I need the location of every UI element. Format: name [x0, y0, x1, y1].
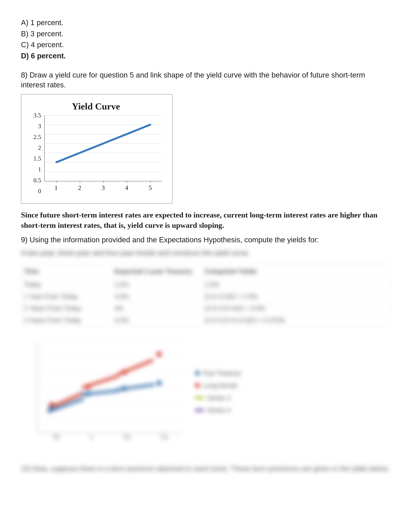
x-tick-5: 5	[149, 184, 152, 192]
th-exp: Expected 1-year Treasury	[114, 267, 205, 276]
question-8: 8) Draw a yield cure for question 5 and …	[21, 70, 390, 90]
preview-legend: Exp Treasury Long Bonds Series 3 Series …	[195, 365, 241, 418]
chart-axes	[44, 115, 162, 181]
th-comp: Computed Yields	[205, 267, 387, 276]
x-tick-2: 2	[78, 184, 81, 192]
y-tick-2: 2	[38, 144, 41, 152]
y-axis-ticks: 3.5 3 2.5 2 1.5 1 0.5 0	[30, 115, 43, 191]
y-tick-0-5: 0.5	[34, 176, 41, 184]
table-row: 2 Years From Today	[24, 304, 114, 313]
y-tick-1-5: 1.5	[34, 154, 41, 162]
yield-curve-chart: Yield Curve 3.5 3 2.5 2 1.5 1 0.5 0	[21, 94, 172, 204]
chart-title: Yield Curve	[26, 100, 166, 113]
yield-curve-series	[56, 125, 150, 162]
chart-plot-area: 3.5 3 2.5 2 1.5 1 0.5 0	[30, 115, 162, 191]
x-tick-4: 4	[125, 184, 128, 192]
series-line-svg	[45, 115, 162, 181]
y-tick-3: 3	[38, 122, 41, 130]
table-row: 3 Years From Today	[24, 316, 114, 324]
x-tick-3: 3	[102, 184, 105, 192]
table-row: Today	[24, 280, 114, 289]
option-a: A) 1 percent.	[21, 18, 390, 28]
q9-line2: A two-year, three-year and four-year bon…	[21, 248, 390, 258]
question-9: 9) Using the information provided and th…	[21, 235, 390, 245]
locked-preview: A two-year, three-year and four-year bon…	[21, 248, 390, 474]
preview-chart: T01T2T3 Exp Treasury Long Bonds Series 3…	[21, 338, 263, 454]
document-page: A) 1 percent. B) 3 percent. C) 4 percent…	[0, 0, 411, 532]
y-tick-0: 0	[38, 187, 41, 195]
answer-8: Since future short-term interest rates a…	[21, 210, 390, 230]
table-row: 1 Year From Today	[24, 292, 114, 301]
x-axis-ticks: 1 2 3 4 5	[44, 181, 162, 191]
y-tick-2-5: 2.5	[34, 133, 41, 141]
th-time: Time	[24, 267, 114, 276]
option-d-correct: D) 6 percent.	[21, 51, 390, 61]
option-b: B) 3 percent.	[21, 29, 390, 39]
y-tick-1: 1	[38, 165, 41, 173]
y-tick-3-5: 3.5	[34, 111, 41, 119]
x-tick-1: 1	[55, 184, 58, 192]
preview-table: Time Expected 1-year Treasury Computed Y…	[21, 264, 390, 326]
option-c: C) 4 percent.	[21, 40, 390, 50]
preview-q10: 10) Now, suppose there is a term premium…	[21, 463, 390, 474]
